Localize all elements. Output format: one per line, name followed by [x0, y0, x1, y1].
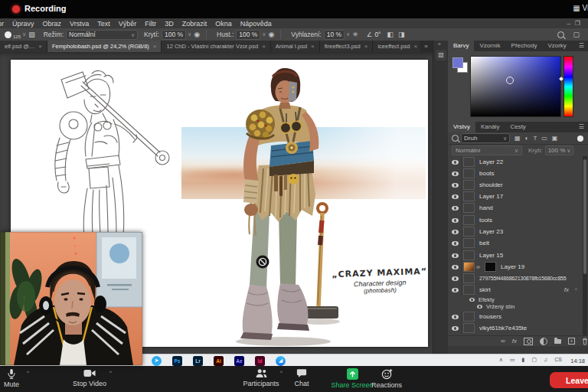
layer-row[interactable]: vlkyt61bk7e435te	[448, 322, 583, 334]
filter-toggle-icon[interactable]	[577, 136, 583, 142]
layer-row-with-mask[interactable]: ∞Layer 19	[448, 261, 583, 273]
tab-barvy[interactable]: Barvy	[448, 41, 474, 51]
tab-vzorky[interactable]: Vzorky	[542, 41, 571, 51]
layer-row[interactable]: trousers	[448, 311, 583, 322]
fx-badge[interactable]: fx	[564, 286, 569, 293]
chevron-up-icon[interactable]: ^	[280, 370, 283, 375]
close-icon[interactable]: ×	[38, 43, 42, 50]
tab-animal[interactable]: Animal I.psd×	[271, 41, 320, 52]
mode-select[interactable]: Normální∨	[66, 30, 138, 40]
eye-icon[interactable]	[452, 230, 459, 234]
menu-text[interactable]: Text	[97, 20, 110, 28]
foreground-color-swatch[interactable]	[452, 57, 463, 68]
after-effects-app-icon[interactable]: Ae	[234, 356, 244, 366]
tray-speaker-icon[interactable]: ♫	[544, 357, 547, 363]
tab-kanaly[interactable]: Kanály	[475, 122, 505, 132]
reactions-button[interactable]: Reactions	[364, 368, 410, 390]
eye-icon[interactable]	[452, 253, 459, 258]
eye-icon[interactable]	[452, 315, 459, 319]
layer-row[interactable]: shoulder	[448, 179, 583, 191]
close-icon[interactable]: ×	[413, 43, 417, 50]
menu-obraz[interactable]: Obraz	[43, 20, 62, 28]
layer-thumbnail[interactable]	[463, 250, 475, 260]
filter-smart-object-icon[interactable]: ▣	[552, 135, 558, 142]
layer-row-skirt[interactable]: skirtfx^	[448, 284, 583, 296]
tab-iceeffect[interactable]: iceeffect.psd×	[373, 41, 423, 52]
delete-layer-icon[interactable]	[582, 338, 588, 345]
adjustment-layer-icon[interactable]	[540, 338, 547, 345]
layer-thumbnail[interactable]	[463, 168, 475, 178]
tab-overflow-chevron[interactable]: »	[420, 41, 433, 52]
layer-thumbnail[interactable]	[463, 323, 475, 333]
tray-icon[interactable]: ▮	[522, 357, 525, 363]
menu-filtr[interactable]: Filtr	[145, 20, 156, 28]
panel-menu-icon[interactable]: ☰	[579, 41, 588, 51]
menu-3d[interactable]: 3D	[165, 20, 174, 28]
view-button[interactable]: ▦ View	[573, 4, 588, 12]
brush-preview-icon[interactable]	[5, 31, 11, 38]
tablet-pressure-icon[interactable]: ◨	[398, 31, 405, 38]
brush-picker-chevron-icon[interactable]: ∨	[22, 31, 26, 38]
eye-icon[interactable]	[452, 241, 459, 246]
brushes-panel-icon[interactable]: ▧	[436, 50, 446, 60]
expand-panels-icon[interactable]: «	[438, 41, 441, 47]
filter-pixel-layers-icon[interactable]: ▦	[514, 135, 521, 142]
menu-vrstva[interactable]: Vrstva	[70, 20, 89, 28]
opacity-chevron-icon[interactable]: ∨	[188, 31, 191, 38]
layer-thumbnail[interactable]	[463, 273, 475, 283]
filter-type-select[interactable]: Druh∨	[461, 133, 510, 143]
close-icon[interactable]: ×	[311, 43, 315, 50]
illustrator-app-icon[interactable]: Ai	[214, 356, 224, 366]
eye-icon[interactable]	[469, 298, 475, 302]
close-icon[interactable]: ×	[364, 43, 368, 50]
eye-icon[interactable]	[452, 276, 459, 281]
mute-button[interactable]: ^ Mute	[0, 368, 35, 390]
tray-icon[interactable]: ▭	[510, 357, 515, 363]
indesign-app-icon[interactable]: Id	[255, 356, 265, 366]
saturation-brightness-field[interactable]	[470, 56, 561, 117]
layer-thumbnail[interactable]	[463, 180, 475, 190]
menu-soubor[interactable]: Soubor	[0, 20, 4, 28]
search-icon[interactable]	[557, 31, 564, 38]
scrollbar-thumb[interactable]	[583, 159, 586, 274]
tab-12chd[interactable]: 12 ChD - Vlastní charakter Vzor.psd×	[162, 41, 270, 52]
layer-row[interactable]: hand	[448, 202, 583, 214]
new-layer-icon[interactable]: +	[568, 338, 575, 345]
participants-button[interactable]: ^ Participants	[230, 368, 292, 390]
tab-elf[interactable]: elf.psd @…×	[0, 41, 47, 52]
eye-icon[interactable]	[452, 172, 459, 176]
layer-thumbnail[interactable]	[463, 215, 475, 225]
menu-upravy[interactable]: Úpravy	[12, 20, 34, 28]
menu-okna[interactable]: Okna	[215, 20, 232, 28]
effects-row[interactable]: Efekty	[448, 296, 588, 303]
eye-icon[interactable]	[452, 326, 459, 331]
close-icon[interactable]: ×	[153, 43, 157, 50]
tab-vzornik[interactable]: Vzorník	[474, 41, 505, 51]
hue-slider[interactable]	[564, 56, 573, 117]
chevron-up-icon[interactable]: ^	[27, 370, 29, 375]
layer-thumbnail[interactable]	[463, 238, 475, 248]
telegram-app-icon[interactable]: ➤	[152, 356, 162, 366]
blend-mode-select[interactable]: Normální∨	[452, 145, 522, 155]
layer-thumbnail[interactable]	[463, 157, 475, 167]
layer-row[interactable]: belt	[448, 237, 583, 249]
close-icon[interactable]: ×	[262, 43, 266, 50]
filter-adjustment-icon[interactable]: ◐	[525, 135, 529, 142]
tab-vrstvy[interactable]: Vrstvy	[448, 122, 475, 132]
color-picker-ring[interactable]	[506, 77, 514, 84]
lightroom-app-icon[interactable]: Lr	[193, 356, 203, 366]
filter-shape-icon[interactable]: ▭	[541, 135, 547, 142]
airbrush-icon[interactable]: ◉	[268, 31, 274, 38]
layer-row[interactable]: Layer 15	[448, 250, 583, 261]
menu-napoveda[interactable]: Nápověda	[240, 20, 272, 28]
eye-icon[interactable]	[452, 183, 459, 188]
layers-scrollbar[interactable]	[583, 156, 587, 335]
eye-icon[interactable]	[452, 160, 459, 165]
panel-menu-icon[interactable]: ☰	[579, 122, 588, 132]
layer-row[interactable]: tools	[448, 214, 583, 226]
layer-thumbnail[interactable]	[463, 191, 475, 201]
add-mask-icon[interactable]	[524, 338, 533, 345]
layer-row[interactable]: Layer 17	[448, 191, 583, 202]
smoothing-chevron-icon[interactable]: ∨	[346, 31, 350, 38]
link-layers-icon[interactable]: ∞	[501, 336, 505, 346]
